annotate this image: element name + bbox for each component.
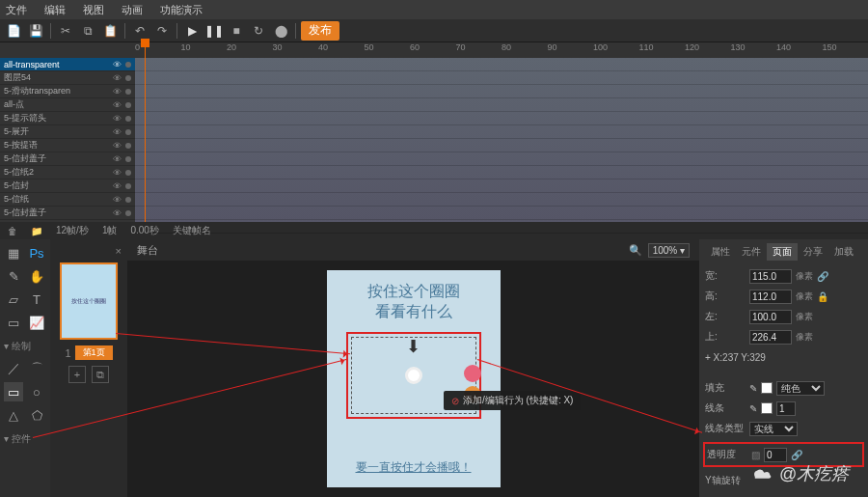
circle-icon[interactable]: ○ [27, 382, 46, 401]
tab-attr[interactable]: 属性 [705, 243, 736, 261]
width-input[interactable] [749, 269, 792, 284]
fill-swatch[interactable] [761, 382, 773, 394]
layer-row[interactable]: 5-提示箭头👁 [0, 112, 135, 125]
layer-folder-icon[interactable]: 📁 [31, 226, 42, 236]
left-label: 左: [705, 310, 746, 323]
grid-icon[interactable]: ▦ [4, 243, 23, 262]
visibility-icon[interactable]: 👁 [113, 195, 122, 205]
line-icon[interactable]: ／ [4, 359, 23, 378]
visibility-icon[interactable]: 👁 [113, 181, 122, 191]
canvas[interactable]: 按住这个圈圈 看看有什么 ⬇ A 要一直按住才会播哦！ [327, 270, 501, 487]
fill-type-select[interactable]: 纯色 [776, 381, 825, 396]
stop-icon[interactable]: ■ [227, 21, 246, 41]
cut-icon[interactable]: ✂ [56, 21, 75, 41]
copy-icon[interactable]: ⧉ [78, 21, 97, 41]
stage-tab[interactable]: 舞台 [137, 243, 158, 258]
rect-icon[interactable]: ▭ [4, 382, 23, 401]
curve-icon[interactable]: ⌒ [27, 359, 46, 378]
loop-icon[interactable]: ↻ [249, 21, 268, 41]
publish-button[interactable]: 发布 [301, 21, 339, 41]
redo-icon[interactable]: ↷ [152, 21, 172, 41]
link-icon[interactable]: 🔗 [791, 450, 802, 460]
line-chart-icon[interactable]: 📈 [27, 313, 46, 332]
menu-edit[interactable]: 编辑 [44, 3, 66, 17]
layer-panel: all-transparent👁图层54👁5-滑动transparen👁all-… [0, 58, 135, 222]
visibility-icon[interactable]: 👁 [113, 73, 122, 83]
layer-row[interactable]: 5-信纸👁 [0, 193, 135, 207]
layer-row[interactable]: 5-信封盖子👁 [0, 152, 135, 166]
text-icon[interactable]: T [27, 290, 46, 309]
left-input[interactable] [749, 310, 792, 324]
draw-section-label: ▾ 绘制 [4, 340, 46, 353]
playhead[interactable] [145, 42, 146, 222]
triangle-icon[interactable]: △ [4, 405, 23, 425]
layer-row[interactable]: 5-按提语👁 [0, 139, 135, 152]
ps-icon[interactable]: Ps [27, 243, 46, 262]
menu-view[interactable]: 视图 [83, 3, 104, 17]
dup-page-button[interactable]: ⧉ [92, 366, 109, 383]
top-label: 上: [705, 330, 746, 344]
save-icon[interactable]: 💾 [26, 21, 45, 41]
play-icon[interactable]: ▶ [182, 21, 202, 41]
add-page-button[interactable]: + [68, 366, 86, 383]
menu-file[interactable]: 文件 [6, 3, 27, 17]
undo-icon[interactable]: ↶ [130, 21, 149, 41]
layer-row[interactable]: 5-信封👁 [0, 179, 135, 193]
menu-anim[interactable]: 动画 [122, 3, 143, 17]
visibility-icon[interactable]: 👁 [113, 222, 122, 223]
layer-row[interactable]: 5-展开👁 [0, 125, 135, 139]
lock-icon[interactable]: 🔒 [817, 291, 828, 302]
zoom-select[interactable]: 100% ▾ [648, 243, 690, 258]
visibility-icon[interactable]: 👁 [113, 141, 122, 151]
linetype-select[interactable]: 实线 [749, 422, 798, 436]
visibility-icon[interactable]: 👁 [113, 154, 122, 164]
timeline-ruler[interactable]: 0102030405060708090100110120130140150 [0, 42, 868, 58]
layer-row[interactable]: all-transparent👁 [0, 58, 135, 71]
behavior-handle-pink[interactable] [464, 365, 481, 382]
circle-element[interactable] [405, 367, 422, 384]
trash-icon[interactable]: 🗑 [8, 226, 17, 236]
tab-load[interactable]: 加载 [828, 243, 859, 261]
visibility-icon[interactable]: 👁 [113, 87, 122, 97]
visibility-icon[interactable]: 👁 [113, 208, 122, 218]
timeline-tracks[interactable] [135, 58, 868, 222]
layer-row[interactable]: 5-bg👁 [0, 220, 135, 222]
tab-comp[interactable]: 元件 [736, 243, 767, 261]
hand-icon[interactable]: ✋ [27, 266, 46, 286]
panel-close-icon[interactable]: × [116, 245, 122, 257]
height-input[interactable] [749, 290, 792, 304]
pen-icon[interactable]: ✎ [4, 266, 23, 286]
visibility-icon[interactable]: 👁 [113, 114, 122, 124]
new-icon[interactable]: 📄 [4, 21, 23, 41]
search-icon[interactable]: 🔍 [629, 244, 642, 257]
frame-icon[interactable]: ▭ [4, 313, 23, 332]
pause-icon[interactable]: ❚❚ [204, 21, 224, 41]
stroke-swatch[interactable] [761, 402, 773, 414]
opacity-input[interactable] [764, 448, 787, 462]
visibility-icon[interactable]: 👁 [113, 168, 122, 178]
layer-row[interactable]: 5-滑动transparen👁 [0, 85, 135, 98]
menu-demo[interactable]: 功能演示 [160, 3, 203, 17]
page-thumbnail[interactable]: 按住这个圈圈 [60, 262, 118, 340]
paste-icon[interactable]: 📋 [100, 21, 120, 41]
polygon-icon[interactable]: ⬠ [27, 405, 46, 425]
layer-row[interactable]: 5-信纸2👁 [0, 166, 135, 179]
layer-row[interactable]: 5-信封盖子👁 [0, 207, 135, 220]
stroke-width-input[interactable] [776, 401, 796, 416]
pen-icon[interactable]: ✎ [749, 383, 757, 394]
layer-row[interactable]: 图层54👁 [0, 71, 135, 85]
tab-page[interactable]: 页面 [767, 243, 798, 261]
visibility-icon[interactable]: 👁 [113, 100, 122, 110]
canvas-title-2: 看看有什么 [375, 302, 452, 322]
linetype-label: 线条类型 [705, 422, 746, 435]
visibility-icon[interactable]: 👁 [113, 127, 122, 137]
link-wh-icon[interactable]: 🔗 [817, 271, 828, 282]
pen-icon[interactable]: ✎ [749, 403, 757, 414]
frame-label: 1帧 [102, 224, 118, 237]
tab-share[interactable]: 分享 [798, 243, 828, 261]
layer-row[interactable]: all-点👁 [0, 98, 135, 112]
paint-icon[interactable]: ▱ [4, 290, 23, 309]
visibility-icon[interactable]: 👁 [113, 60, 122, 69]
record-icon[interactable]: ⬤ [271, 21, 290, 41]
top-input[interactable] [749, 330, 792, 345]
